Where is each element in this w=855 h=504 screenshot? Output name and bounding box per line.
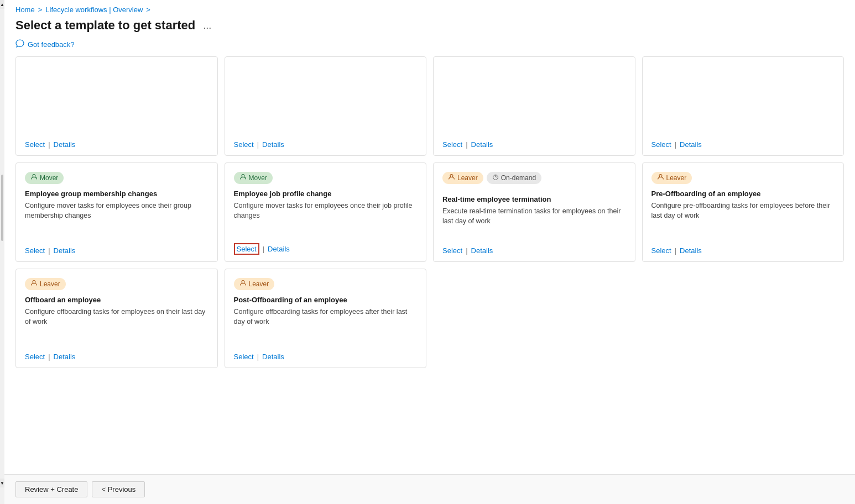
- svg-point-1: [242, 175, 244, 177]
- scroll-arrow-down[interactable]: ▼: [0, 479, 4, 487]
- divider: |: [48, 353, 50, 361]
- badge-leaver-label-2: Leaver: [666, 174, 687, 182]
- scroll-thumb[interactable]: [1, 175, 3, 241]
- card-mover-job-footer: Select | Details: [234, 243, 418, 255]
- card-leaver-preoff-desc: Configure pre-offboarding tasks for empl…: [651, 201, 835, 221]
- badge-leaver-3: Leaver: [25, 278, 66, 290]
- card-leaver-postoff-footer: Select | Details: [234, 353, 418, 361]
- card-row1-4-footer: Select | Details: [651, 140, 835, 149]
- card-leaver-termination-details[interactable]: Details: [471, 246, 493, 255]
- card-row1-4: Select | Details: [642, 56, 844, 156]
- card-mover-group: Mover Employee group membership changes …: [15, 162, 218, 262]
- divider: |: [48, 246, 50, 255]
- scrollbar-left[interactable]: ▲ ▼: [0, 0, 4, 504]
- feedback-text: Got feedback?: [28, 40, 75, 49]
- breadcrumb-parent[interactable]: Lifecycle workflows | Overview: [45, 6, 143, 14]
- leaver-icon-2: [657, 174, 664, 182]
- card-row1-2: Select | Details: [225, 56, 427, 156]
- card-leaver-termination-title: Real-time employee termination: [442, 195, 626, 203]
- card-mover-job-title: Employee job profile change: [234, 190, 418, 198]
- divider: |: [257, 140, 259, 149]
- bottom-bar: Review + Create < Previous: [4, 474, 855, 504]
- card-leaver-postoff-select[interactable]: Select: [234, 353, 254, 361]
- divider: |: [675, 140, 676, 149]
- page-title: Select a template to get started: [15, 18, 195, 33]
- card-leaver-postoff: Leaver Post-Offboarding of an employee C…: [225, 269, 427, 368]
- card-leaver-preoff-title: Pre-Offboarding of an employee: [651, 190, 835, 198]
- more-options-icon[interactable]: ...: [200, 19, 215, 33]
- card-row1-2-select[interactable]: Select: [234, 140, 254, 149]
- svg-point-2: [450, 175, 453, 177]
- card-leaver-offboard-details[interactable]: Details: [54, 353, 76, 361]
- feedback-icon: [15, 39, 24, 50]
- card-mover-group-footer: Select | Details: [25, 246, 208, 255]
- card-row1-4-details[interactable]: Details: [680, 140, 702, 149]
- divider: |: [48, 140, 50, 149]
- breadcrumb-sep2: >: [146, 6, 150, 14]
- breadcrumb: Home > Lifecycle workflows | Overview >: [4, 0, 855, 16]
- card-row1-3-details[interactable]: Details: [471, 140, 493, 149]
- card-leaver-postoff-title: Post-Offboarding of an employee: [234, 296, 418, 304]
- cards-row-3: Leaver Offboard an employee Configure of…: [15, 269, 844, 368]
- card-row1-1-select[interactable]: Select: [25, 140, 45, 149]
- divider: |: [257, 353, 259, 361]
- svg-point-6: [242, 281, 244, 284]
- badge-leaver-label-4: Leaver: [249, 280, 269, 288]
- card-mover-group-title: Employee group membership changes: [25, 190, 208, 198]
- mover-icon-2: [239, 174, 247, 182]
- badge-leaver-label-3: Leaver: [40, 280, 60, 288]
- badge-leaver-1: Leaver: [442, 172, 483, 184]
- card-leaver-preoff: Leaver Pre-Offboarding of an employee Co…: [642, 162, 844, 262]
- card-empty-1: [433, 269, 635, 368]
- divider: |: [675, 246, 676, 255]
- card-mover-group-details[interactable]: Details: [54, 246, 76, 255]
- card-row1-4-select[interactable]: Select: [651, 140, 671, 149]
- feedback-row[interactable]: Got feedback?: [4, 37, 855, 56]
- card-row1-1: Select | Details: [15, 56, 218, 156]
- card-leaver-preoff-select[interactable]: Select: [651, 246, 671, 255]
- card-mover-group-desc: Configure mover tasks for employees once…: [25, 201, 208, 221]
- card-mover-job-select[interactable]: Select: [234, 243, 259, 255]
- card-leaver-offboard-desc: Configure offboarding tasks for employee…: [25, 307, 208, 327]
- card-leaver-termination-footer: Select | Details: [442, 246, 626, 255]
- card-row1-2-footer: Select | Details: [234, 140, 418, 149]
- card-row1-2-details[interactable]: Details: [262, 140, 284, 149]
- leaver-icon-3: [30, 280, 38, 288]
- card-leaver-postoff-desc: Configure offboarding tasks for employee…: [234, 307, 418, 327]
- card-leaver-offboard: Leaver Offboard an employee Configure of…: [15, 269, 218, 368]
- svg-point-0: [33, 175, 35, 177]
- leaver-icon-4: [239, 280, 247, 288]
- card-leaver-preoff-details[interactable]: Details: [680, 246, 702, 255]
- divider: |: [466, 140, 467, 149]
- divider: |: [466, 246, 467, 255]
- svg-point-5: [33, 281, 35, 284]
- card-leaver-termination-desc: Execute real-time termination tasks for …: [442, 207, 626, 226]
- badge-mover-label-2: Mover: [249, 174, 267, 182]
- card-leaver-offboard-title: Offboard an employee: [25, 296, 208, 304]
- card-row1-1-details[interactable]: Details: [54, 140, 76, 149]
- card-leaver-termination-select[interactable]: Select: [442, 246, 462, 255]
- previous-button[interactable]: < Previous: [92, 481, 145, 497]
- card-leaver-offboard-select[interactable]: Select: [25, 353, 45, 361]
- badge-leaver-4: Leaver: [234, 278, 275, 290]
- svg-point-4: [659, 175, 662, 177]
- divider: |: [263, 245, 264, 253]
- card-mover-job-desc: Configure mover tasks for employees once…: [234, 201, 418, 221]
- card-mover-job-details[interactable]: Details: [268, 245, 290, 253]
- card-row1-3-select[interactable]: Select: [442, 140, 462, 149]
- card-leaver-offboard-footer: Select | Details: [25, 353, 208, 361]
- leaver-icon-1: [448, 174, 455, 182]
- review-create-button[interactable]: Review + Create: [15, 481, 87, 497]
- badge-mover-1: Mover: [25, 172, 64, 184]
- scroll-arrow-up[interactable]: ▲: [0, 0, 4, 9]
- cards-row-1: Select | Details Select | Details: [15, 56, 844, 156]
- breadcrumb-home[interactable]: Home: [15, 6, 35, 14]
- card-leaver-termination: Leaver On-demand Real-time employee term…: [433, 162, 635, 262]
- card-row1-3: Select | Details: [433, 56, 635, 156]
- badge-mover-2: Mover: [234, 172, 273, 184]
- card-mover-group-select[interactable]: Select: [25, 246, 45, 255]
- badge-ondemand-label-1: On-demand: [501, 174, 536, 182]
- badge-leaver-label-1: Leaver: [457, 174, 478, 182]
- card-leaver-postoff-details[interactable]: Details: [262, 353, 284, 361]
- card-mover-job: Mover Employee job profile change Config…: [225, 162, 427, 262]
